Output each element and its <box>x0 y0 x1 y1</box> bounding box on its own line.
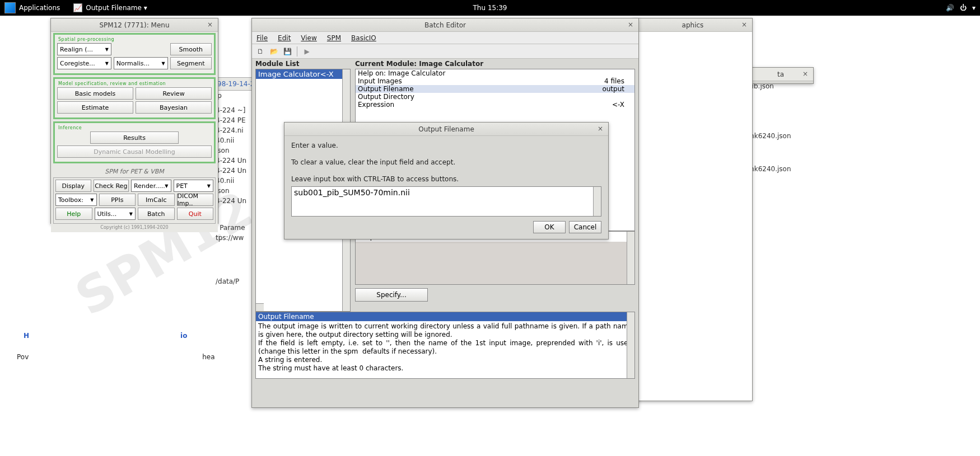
segment-button[interactable]: Segment <box>170 57 212 69</box>
ok-button[interactable]: OK <box>533 221 566 233</box>
param-help[interactable]: Help on: Image Calculator <box>358 69 445 77</box>
copyright: Copyright (c) 1991,1994-2020 <box>53 224 216 231</box>
help-box: Output Filename The output image is writ… <box>255 312 635 379</box>
current-module-label: Current Module: Image Calculator <box>355 59 635 69</box>
help-text: The output image is written to current w… <box>256 321 634 374</box>
module-list-label: Module List <box>255 59 351 69</box>
output-filename-input[interactable] <box>294 188 591 197</box>
power-icon[interactable]: ⏻ <box>960 4 967 12</box>
toolbox-dropdown[interactable]: Toolbox: <box>55 194 97 206</box>
results-button[interactable]: Results <box>90 131 178 144</box>
run-icon[interactable]: ▶ <box>302 46 312 57</box>
display-button[interactable]: Display <box>55 180 91 192</box>
batch-menubar: File Edit View SPM BasicIO <box>252 32 638 44</box>
menu-basicio[interactable]: BasicIO <box>351 34 376 42</box>
close-icon[interactable]: × <box>596 124 605 133</box>
coregister-dropdown[interactable]: Coregiste... <box>57 57 111 69</box>
pet-dropdown[interactable]: PET <box>174 180 214 192</box>
output-filename-dialog: Output Filename× Enter a value. To clear… <box>284 122 609 239</box>
render-dropdown[interactable]: Render..... <box>131 180 171 192</box>
gnome-topbar: Applications 📈 Output Filename ▾ Thu 15:… <box>0 0 980 16</box>
close-icon[interactable]: × <box>740 20 749 29</box>
open-icon[interactable]: 📂 <box>269 46 279 57</box>
menu-view[interactable]: View <box>301 34 316 42</box>
volume-icon[interactable]: 🔊 <box>946 4 954 12</box>
applications-menu[interactable]: Applications <box>19 4 60 12</box>
menu-spm[interactable]: SPM <box>327 34 341 42</box>
param-expression[interactable]: Expression <box>358 101 394 109</box>
menu-file[interactable]: File <box>256 34 268 42</box>
save-icon[interactable]: 💾 <box>282 46 292 57</box>
dialog-input-wrap[interactable] <box>291 186 601 217</box>
window-task[interactable]: Output Filename ▾ <box>86 4 147 12</box>
spm12-title: SPM12 (7771): Menu <box>100 21 170 29</box>
dialog-line3: Leave input box with CTRL-TAB to access … <box>291 175 601 183</box>
specify-button[interactable]: Specify... <box>355 288 428 302</box>
imcalc-button[interactable]: ImCalc <box>138 194 175 206</box>
param-output-filename[interactable]: Output Filename <box>358 85 414 93</box>
utils-dropdown[interactable]: Utils... <box>95 208 136 220</box>
scrollbar-v[interactable] <box>627 232 634 284</box>
spatial-preproc-panel: Spatial pre-processing Realign (... Smoo… <box>53 33 216 75</box>
quit-button[interactable]: Quit <box>177 208 214 220</box>
normalise-dropdown[interactable]: Normalis... <box>114 57 168 69</box>
brand-io: io <box>180 332 187 340</box>
panel2-label: Model specification, review and estimati… <box>57 81 212 86</box>
dialog-line2: To clear a value, clear the input field … <box>291 158 601 166</box>
param-input-images[interactable]: Input Images <box>358 77 402 85</box>
realign-dropdown[interactable]: Realign (... <box>57 43 111 55</box>
brand-sub1: Pov <box>17 353 29 361</box>
dcm-button[interactable]: Dynamic Causal Modelling <box>57 145 212 158</box>
right-window-fragment: ta× <box>748 67 814 84</box>
right-win-title: ta <box>777 70 784 78</box>
menu-edit[interactable]: Edit <box>278 34 291 42</box>
scrollbar-v[interactable] <box>627 312 634 378</box>
basic-models-button[interactable]: Basic models <box>57 87 133 100</box>
dialog-line1: Enter a value. <box>291 142 601 149</box>
spm12-menu-window: SPM12 (7771): Menu× Spatial pre-processi… <box>50 18 218 224</box>
scrollbar-h[interactable] <box>256 303 264 311</box>
brand-h: H <box>24 332 29 340</box>
module-item-imcalc[interactable]: Image Calculator<-X <box>256 69 350 79</box>
help-button[interactable]: Help <box>55 208 92 220</box>
scrollbar-v[interactable] <box>593 187 601 216</box>
spm-subtitle: SPM for PET & VBM <box>53 166 216 177</box>
dialog-title: Output Filename <box>418 125 474 133</box>
matlab-icon[interactable]: 📈 <box>73 3 82 12</box>
batch-toolbar: 🗋 📂 💾 ▶ <box>252 44 638 59</box>
bayesian-button[interactable]: Bayesian <box>136 101 212 114</box>
inference-panel: Inference Results Dynamic Causal Modelli… <box>53 121 216 163</box>
system-menu-icon[interactable]: ▾ <box>972 4 976 12</box>
model-panel: Model specification, review and estimati… <box>53 77 216 119</box>
estimate-button[interactable]: Estimate <box>57 101 133 114</box>
close-icon[interactable]: × <box>626 20 635 29</box>
checkreg-button[interactable]: Check Reg <box>94 180 129 192</box>
param-output-dir[interactable]: Output Directory <box>358 93 414 101</box>
help-title: Output Filename <box>256 312 634 321</box>
ppis-button[interactable]: PPIs <box>99 194 136 206</box>
review-button[interactable]: Review <box>136 87 212 100</box>
dicom-button[interactable]: DICOM Imp.. <box>177 194 214 206</box>
activities-icon[interactable] <box>4 2 16 13</box>
close-icon[interactable]: × <box>206 20 214 29</box>
batch-title: Batch Editor <box>424 21 466 29</box>
panel3-label: Inference <box>57 125 212 130</box>
clock[interactable]: Thu 15:39 <box>473 4 507 12</box>
graphics-title: aphics <box>682 21 704 29</box>
close-icon[interactable]: × <box>801 69 810 78</box>
new-icon[interactable]: 🗋 <box>255 46 265 57</box>
right-file-fragment: pib.json mk6240.json mk6240.json <box>748 78 815 177</box>
brand-sub2: hea <box>202 353 214 361</box>
batch-button[interactable]: Batch <box>138 208 175 220</box>
cancel-button[interactable]: Cancel <box>569 221 601 233</box>
panel1-label: Spatial pre-processing <box>57 37 212 42</box>
smooth-button[interactable]: Smooth <box>170 43 212 55</box>
graphics-window: aphics× <box>633 18 753 401</box>
